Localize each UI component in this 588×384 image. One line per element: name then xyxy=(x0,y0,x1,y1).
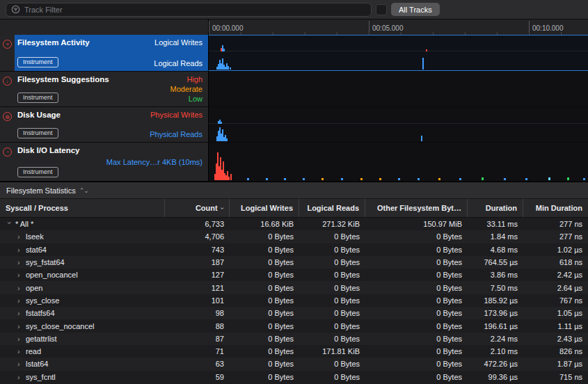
instrument-badge: Instrument xyxy=(17,167,58,177)
cell-logical-writes: 0 Bytes xyxy=(230,309,299,317)
table-row[interactable]: ›fstatfs64980 Bytes0 Bytes0 Bytes173.96 … xyxy=(0,307,588,319)
table-row[interactable]: ›lseek4,7060 Bytes0 Bytes0 Bytes1.84 ms2… xyxy=(0,230,588,243)
cell-logical-reads: 0 Bytes xyxy=(299,232,365,241)
table-row[interactable]: ›read710 Bytes171.81 KiB0 Bytes2.10 ms82… xyxy=(0,345,588,358)
column-header-duration[interactable]: Duration xyxy=(468,199,523,217)
chart-spike xyxy=(548,177,550,180)
track-filesystem-activity[interactable]: ≡ Filesystem Activity Instrument Logical… xyxy=(0,35,588,72)
syscall-cell: ›sys_fcntl xyxy=(0,373,165,381)
track-disk-io-latency[interactable]: ◔ Disk I/O Latency Instrument Max Latenc… xyxy=(0,143,588,182)
cell-count: 98 xyxy=(165,309,230,317)
column-header-other-filesystem-bytes[interactable]: Other Filesystem Byt… xyxy=(365,199,468,217)
track-chart-filesystem-activity[interactable] xyxy=(209,35,588,71)
cell-duration: 472.26 µs xyxy=(468,360,523,368)
syscall-cell: ›lstat64 xyxy=(0,360,165,368)
series-label: Physical Writes xyxy=(150,111,202,119)
cell-other-filesystem-bytes: 0 Bytes xyxy=(365,347,468,355)
cell-count: 187 xyxy=(165,258,230,266)
column-header-count[interactable]: Count › xyxy=(165,199,230,217)
cell-logical-reads: 0 Bytes xyxy=(299,373,365,381)
all-tracks-button[interactable]: All Tracks xyxy=(391,3,440,16)
instrument-badge: Instrument xyxy=(17,128,58,138)
cell-min-duration: 2.43 µs xyxy=(523,335,588,343)
chart-spike xyxy=(266,178,268,180)
track-disk-usage[interactable]: ◍ Disk Usage Instrument Physical Writes … xyxy=(0,107,588,143)
track-title: Disk Usage xyxy=(17,111,61,119)
track-filter-field[interactable] xyxy=(6,3,372,17)
track-filesystem-suggestions[interactable]: ↓ Filesystem Suggestions Instrument High… xyxy=(0,72,588,107)
table-row[interactable]: ›stat647430 Bytes0 Bytes0 Bytes4.68 ms1.… xyxy=(0,243,588,256)
syscall-name: stat64 xyxy=(26,246,47,254)
syscall-name: lseek xyxy=(26,232,44,241)
cell-duration: 764.55 µs xyxy=(468,258,523,266)
table-row[interactable]: ›open1210 Bytes0 Bytes0 Bytes7.50 ms2.64… xyxy=(0,281,588,294)
track-chart-filesystem-suggestions[interactable] xyxy=(209,72,588,106)
table-row[interactable]: ›sys_close1010 Bytes0 Bytes0 Bytes185.92… xyxy=(0,294,588,307)
detail-view-selector[interactable]: Filesystem Statistics ⌃⌄ xyxy=(0,182,588,199)
disclosure-chevron[interactable]: › xyxy=(17,258,22,266)
disclosure-chevron[interactable]: › xyxy=(17,347,22,355)
stats-table-header: Syscall / Process Count › Logical Writes… xyxy=(0,199,588,218)
chevron-updown-icon: ⌃⌄ xyxy=(79,187,88,194)
syscall-name: * All * xyxy=(15,220,33,228)
filesystem-activity-icon: ≡ xyxy=(3,40,12,49)
track-header[interactable]: ◍ Disk Usage Instrument Physical Writes … xyxy=(0,107,209,142)
cell-logical-reads: 0 Bytes xyxy=(299,296,365,305)
column-header-logical-reads[interactable]: Logical Reads xyxy=(299,199,365,217)
disclosure-chevron[interactable]: › xyxy=(17,309,22,317)
cell-duration: 1.84 ms xyxy=(468,232,523,241)
disclosure-chevron[interactable]: › xyxy=(17,360,22,368)
chart-spike xyxy=(223,49,225,51)
column-header-min-duration[interactable]: Min Duration xyxy=(523,199,588,217)
table-row[interactable]: ›sys_fstat641870 Bytes0 Bytes0 Bytes764.… xyxy=(0,256,588,269)
cell-min-duration: 1.87 µs xyxy=(523,360,588,368)
stats-panel-title: Filesystem Statistics xyxy=(6,186,76,195)
cell-other-filesystem-bytes: 0 Bytes xyxy=(365,271,468,279)
cell-count: 6,733 xyxy=(165,220,230,228)
filesystem-suggestions-icon: ↓ xyxy=(3,77,12,86)
chart-spike xyxy=(379,178,381,180)
track-chart-disk-usage[interactable] xyxy=(209,107,588,142)
column-header-syscall-process[interactable]: Syscall / Process xyxy=(0,199,165,217)
disclosure-chevron[interactable]: › xyxy=(6,222,14,227)
track-header[interactable]: ◔ Disk I/O Latency Instrument Max Latenc… xyxy=(0,143,209,181)
disclosure-chevron[interactable]: › xyxy=(17,232,22,241)
track-chart-disk-io-latency[interactable] xyxy=(209,143,588,181)
disclosure-chevron[interactable]: › xyxy=(17,335,22,343)
syscall-cell: ›sys_close xyxy=(0,296,165,305)
disclosure-chevron[interactable]: › xyxy=(17,373,22,381)
disclosure-chevron[interactable]: › xyxy=(17,284,22,292)
table-row[interactable]: ›open_nocancel1270 Bytes0 Bytes0 Bytes3.… xyxy=(0,269,588,281)
track-header[interactable]: ≡ Filesystem Activity Instrument Logical… xyxy=(0,35,209,71)
cell-logical-reads: 0 Bytes xyxy=(299,335,365,343)
cell-logical-reads: 0 Bytes xyxy=(299,271,365,279)
disclosure-chevron[interactable]: › xyxy=(17,296,22,305)
cell-logical-reads: 0 Bytes xyxy=(299,284,365,292)
track-title: Filesystem Suggestions xyxy=(17,75,109,83)
cell-other-filesystem-bytes: 0 Bytes xyxy=(365,360,468,368)
column-header-logical-writes[interactable]: Logical Writes xyxy=(230,199,299,217)
filter-options-button[interactable] xyxy=(376,4,387,15)
disclosure-chevron[interactable]: › xyxy=(17,271,22,279)
cell-logical-writes: 16.68 KiB xyxy=(230,220,299,228)
table-row[interactable]: ›* All *6,73316.68 KiB271.32 KiB150.97 M… xyxy=(0,218,588,230)
table-row[interactable]: ›sys_fcntl590 Bytes0 Bytes0 Bytes99.36 µ… xyxy=(0,371,588,383)
table-row[interactable]: ›lstat64630 Bytes0 Bytes0 Bytes472.26 µs… xyxy=(0,358,588,370)
track-list: ≡ Filesystem Activity Instrument Logical… xyxy=(0,35,588,182)
chart-spike xyxy=(303,178,305,180)
cell-count: 121 xyxy=(165,284,230,292)
track-filter-input[interactable] xyxy=(24,6,366,14)
track-header[interactable]: ↓ Filesystem Suggestions Instrument High… xyxy=(0,72,209,106)
chart-spike xyxy=(398,178,400,180)
series-label: Physical Reads xyxy=(150,130,202,138)
disclosure-chevron[interactable]: › xyxy=(17,246,22,254)
disclosure-chevron[interactable]: › xyxy=(17,322,22,330)
disk-usage-icon: ◍ xyxy=(3,112,12,121)
table-row[interactable]: ›sys_close_nocancel880 Bytes0 Bytes0 Byt… xyxy=(0,319,588,332)
time-ruler[interactable]: 00:00.000 00:05.000 00:10.000 xyxy=(209,19,588,35)
cell-duration: 4.68 ms xyxy=(468,246,523,254)
cell-duration: 3.86 ms xyxy=(468,271,523,279)
cell-duration: 33.11 ms xyxy=(468,220,523,228)
chart-spike xyxy=(525,178,527,180)
table-row[interactable]: ›getattrlist870 Bytes0 Bytes0 Bytes2.24 … xyxy=(0,333,588,345)
